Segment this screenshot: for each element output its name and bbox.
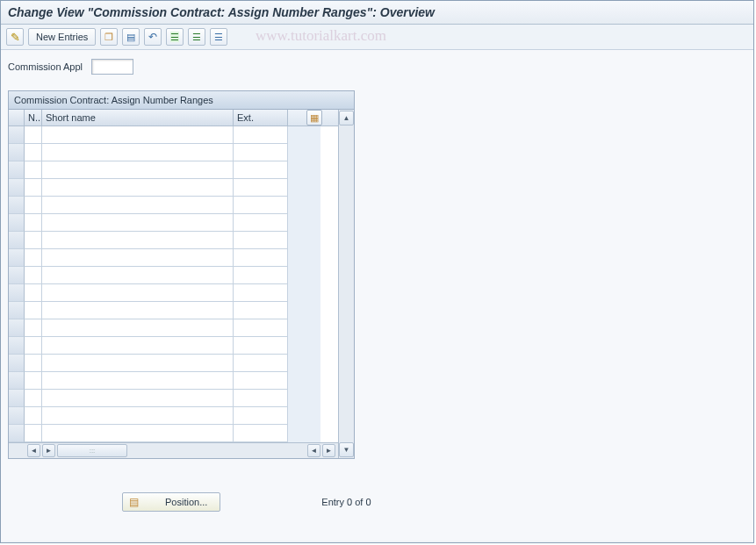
cell-short-name[interactable] — [42, 232, 234, 249]
cell-short-name[interactable] — [42, 267, 234, 284]
hscroll-left-button[interactable]: ◄ — [27, 444, 40, 457]
cell-n[interactable] — [25, 355, 42, 372]
cell-short-name[interactable] — [42, 126, 234, 144]
table-row[interactable] — [9, 267, 338, 284]
cell-ext[interactable] — [234, 214, 288, 232]
row-selector[interactable] — [9, 284, 25, 302]
cell-n[interactable] — [25, 197, 42, 214]
table-row[interactable] — [9, 161, 338, 179]
row-selector[interactable] — [9, 232, 25, 249]
table-row[interactable] — [9, 197, 338, 214]
row-selector[interactable] — [9, 144, 25, 161]
cell-n[interactable] — [25, 302, 42, 319]
cell-ext[interactable] — [234, 284, 288, 302]
cell-n[interactable] — [25, 372, 42, 390]
table-row[interactable] — [9, 372, 338, 390]
hscroll-left-end-button[interactable]: ◄ — [307, 444, 320, 457]
table-row[interactable] — [9, 302, 338, 319]
cell-n[interactable] — [25, 249, 42, 267]
vscroll-up-button[interactable]: ▲ — [339, 111, 354, 125]
vscroll-track[interactable] — [339, 126, 354, 441]
row-selector[interactable] — [9, 249, 25, 267]
cell-n[interactable] — [25, 337, 42, 355]
cell-short-name[interactable] — [42, 284, 234, 302]
cell-short-name[interactable] — [42, 425, 234, 442]
select-block-button[interactable] — [188, 28, 205, 46]
copy-as-button[interactable] — [100, 28, 118, 46]
new-entries-button[interactable]: New Entries — [28, 28, 96, 46]
table-row[interactable] — [9, 355, 338, 372]
cell-n[interactable] — [25, 319, 42, 337]
cell-ext[interactable] — [234, 372, 288, 390]
cell-ext[interactable] — [234, 390, 288, 407]
cell-ext[interactable] — [234, 407, 288, 425]
cell-short-name[interactable] — [42, 390, 234, 407]
cell-n[interactable] — [25, 390, 42, 407]
row-selector[interactable] — [9, 126, 25, 144]
table-row[interactable] — [9, 179, 338, 197]
cell-short-name[interactable] — [42, 144, 234, 161]
cell-short-name[interactable] — [42, 214, 234, 232]
hscroll-right-inner-button[interactable]: ► — [42, 444, 55, 457]
commission-appl-input[interactable] — [91, 59, 133, 75]
row-selector[interactable] — [9, 372, 25, 390]
cell-short-name[interactable] — [42, 197, 234, 214]
row-selector[interactable] — [9, 319, 25, 337]
cell-short-name[interactable] — [42, 161, 234, 179]
cell-ext[interactable] — [234, 179, 288, 197]
undo-change-button[interactable] — [144, 28, 162, 46]
cell-n[interactable] — [25, 144, 42, 161]
cell-n[interactable] — [25, 126, 42, 144]
row-selector[interactable] — [9, 337, 25, 355]
hscroll-right-button[interactable]: ► — [322, 444, 335, 457]
vscroll-down-button[interactable]: ▼ — [339, 442, 354, 457]
cell-ext[interactable] — [234, 337, 288, 355]
cell-ext[interactable] — [234, 144, 288, 161]
cell-n[interactable] — [25, 425, 42, 442]
cell-short-name[interactable] — [42, 337, 234, 355]
cell-n[interactable] — [25, 407, 42, 425]
cell-short-name[interactable] — [42, 302, 234, 319]
cell-ext[interactable] — [234, 355, 288, 372]
toggle-change-button[interactable] — [6, 28, 24, 46]
table-row[interactable] — [9, 144, 338, 161]
cell-ext[interactable] — [234, 425, 288, 442]
cell-ext[interactable] — [234, 319, 288, 337]
cell-short-name[interactable] — [42, 355, 234, 372]
table-row[interactable] — [9, 249, 338, 267]
row-selector[interactable] — [9, 267, 25, 284]
table-row[interactable] — [9, 232, 338, 249]
row-selector[interactable] — [9, 197, 25, 214]
table-row[interactable] — [9, 390, 338, 407]
cell-ext[interactable] — [234, 126, 288, 144]
table-row[interactable] — [9, 214, 338, 232]
cell-ext[interactable] — [234, 249, 288, 267]
table-row[interactable] — [9, 407, 338, 425]
row-selector[interactable] — [9, 179, 25, 197]
column-header-short-name[interactable]: Short name — [42, 110, 234, 125]
column-header-n[interactable]: N.. — [25, 110, 42, 125]
cell-ext[interactable] — [234, 302, 288, 319]
table-row[interactable] — [9, 284, 338, 302]
cell-n[interactable] — [25, 161, 42, 179]
table-row[interactable] — [9, 425, 338, 442]
delete-button[interactable] — [122, 28, 140, 46]
cell-n[interactable] — [25, 179, 42, 197]
table-row[interactable] — [9, 337, 338, 355]
cell-n[interactable] — [25, 284, 42, 302]
row-selector[interactable] — [9, 355, 25, 372]
row-selector[interactable] — [9, 161, 25, 179]
cell-short-name[interactable] — [42, 179, 234, 197]
table-row[interactable] — [9, 126, 338, 144]
deselect-all-button[interactable] — [210, 28, 227, 46]
cell-short-name[interactable] — [42, 372, 234, 390]
cell-ext[interactable] — [234, 232, 288, 249]
cell-n[interactable] — [25, 232, 42, 249]
row-selector[interactable] — [9, 407, 25, 425]
column-selector[interactable] — [9, 110, 25, 125]
cell-ext[interactable] — [234, 161, 288, 179]
table-row[interactable] — [9, 319, 338, 337]
cell-short-name[interactable] — [42, 319, 234, 337]
cell-n[interactable] — [25, 214, 42, 232]
select-all-button[interactable] — [166, 28, 184, 46]
